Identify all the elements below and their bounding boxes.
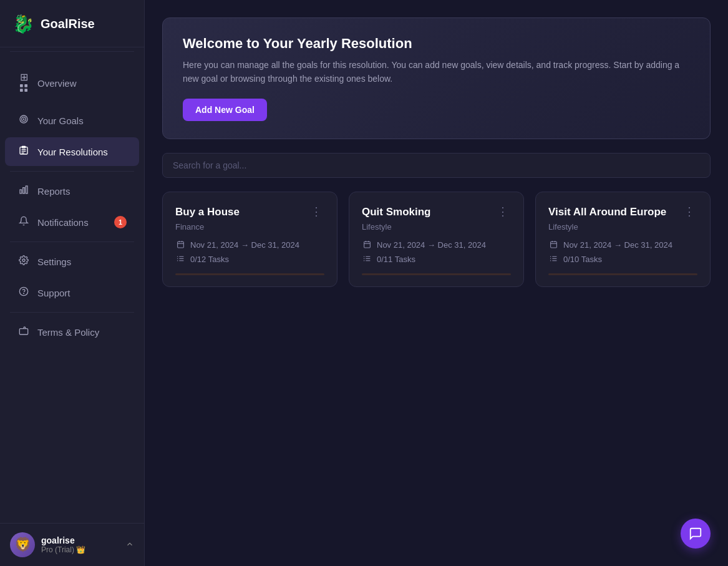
notification-badge: 1	[114, 216, 127, 228]
divider-3	[10, 242, 134, 242]
svg-rect-3	[24, 89, 27, 92]
svg-rect-18	[19, 329, 27, 334]
divider-1	[10, 51, 134, 52]
goal-date-range: Nov 21, 2024 → Dec 31, 2024	[548, 240, 697, 250]
sidebar-item-label: Notifications	[37, 217, 89, 228]
goal-progress-bar-container	[548, 273, 697, 275]
gear-icon	[17, 255, 30, 268]
sidebar-item-your-resolutions[interactable]: Your Resolutions	[5, 137, 139, 166]
welcome-banner: Welcome to Your Yearly Resolution Here y…	[162, 17, 711, 139]
sidebar-item-label: Your Goals	[37, 115, 84, 126]
goal-tasks-text: 0/11 Tasks	[377, 255, 415, 264]
terms-icon	[17, 326, 30, 338]
sidebar-item-support[interactable]: Support	[5, 278, 139, 307]
goal-title: Buy a House	[175, 206, 240, 218]
sidebar-item-reports[interactable]: Reports	[5, 177, 139, 205]
sidebar-item-label: Support	[37, 288, 70, 298]
goal-more-button[interactable]: ⋮	[681, 206, 697, 217]
goal-card-quit-smoking: Quit Smoking ⋮ Lifestyle Nov 21, 2024 → …	[349, 192, 524, 287]
sidebar-item-overview[interactable]: Overview	[5, 63, 139, 104]
sidebar-item-your-goals[interactable]: Your Goals	[5, 106, 139, 135]
calendar-icon	[175, 240, 185, 250]
logo-area[interactable]: 🐉 GoalRise	[0, 0, 144, 47]
sidebar-item-label: Terms & Policy	[37, 327, 99, 338]
svg-point-6	[23, 119, 24, 119]
goal-date-range: Nov 21, 2024 → Dec 31, 2024	[175, 240, 324, 250]
search-container[interactable]	[162, 153, 711, 178]
goal-category: Lifestyle	[362, 222, 511, 232]
goal-card-visit-europe: Visit All Around Europe ⋮ Lifestyle Nov …	[535, 192, 711, 287]
goal-tasks-text: 0/10 Tasks	[563, 255, 602, 264]
clipboard-icon	[17, 145, 30, 158]
goal-meta: Nov 21, 2024 → Dec 31, 2024 0/11 Tasks	[362, 240, 511, 265]
goal-meta: Nov 21, 2024 → Dec 31, 2024 0/10 Tasks	[548, 240, 697, 265]
user-plan: Pro (Trial) 👑	[41, 545, 119, 554]
add-new-goal-button[interactable]: Add New Goal	[183, 99, 267, 121]
sidebar-item-label: Your Resolutions	[37, 147, 108, 157]
goals-grid: Buy a House ⋮ Finance Nov 21, 2024 → Dec…	[162, 192, 711, 287]
main-content: Welcome to Your Yearly Resolution Here y…	[145, 0, 728, 566]
sidebar-item-terms[interactable]: Terms & Policy	[5, 318, 139, 346]
divider-4	[10, 312, 134, 313]
chevron-up-icon	[125, 540, 134, 550]
svg-rect-0	[20, 84, 23, 87]
tasks-icon	[362, 255, 372, 265]
svg-rect-12	[20, 190, 22, 193]
goal-tasks: 0/12 Tasks	[175, 255, 324, 265]
welcome-description: Here you can manage all the goals for th…	[183, 58, 690, 86]
sidebar-item-label: Reports	[37, 186, 70, 197]
goal-more-button[interactable]: ⋮	[308, 206, 324, 217]
app-name: GoalRise	[41, 17, 95, 31]
chat-button[interactable]	[681, 519, 711, 549]
goal-date-text: Nov 21, 2024 → Dec 31, 2024	[563, 240, 672, 250]
bell-icon	[17, 216, 30, 228]
divider-2	[10, 171, 134, 172]
svg-rect-14	[26, 186, 27, 193]
search-input[interactable]	[173, 160, 700, 170]
goal-progress-bar-container	[175, 273, 324, 275]
svg-rect-19	[177, 242, 183, 248]
user-info: goalrise Pro (Trial) 👑	[41, 535, 119, 554]
goal-date-text: Nov 21, 2024 → Dec 31, 2024	[377, 240, 486, 250]
svg-rect-2	[20, 89, 23, 92]
sidebar-item-notifications[interactable]: Notifications 1	[5, 208, 139, 237]
goal-tasks: 0/11 Tasks	[362, 255, 511, 265]
user-profile[interactable]: 🦁 goalrise Pro (Trial) 👑	[0, 523, 144, 566]
sidebar-nav: Overview Your Goals Your Resolutions Rep…	[0, 56, 144, 523]
goal-date-range: Nov 21, 2024 → Dec 31, 2024	[362, 240, 511, 250]
tasks-icon	[175, 255, 185, 265]
bar-chart-icon	[17, 185, 30, 197]
calendar-icon	[548, 240, 558, 250]
sidebar-item-label: Overview	[37, 78, 77, 89]
goal-card-buy-house: Buy a House ⋮ Finance Nov 21, 2024 → Dec…	[162, 192, 337, 287]
user-name: goalrise	[41, 535, 119, 545]
goal-date-text: Nov 21, 2024 → Dec 31, 2024	[190, 240, 299, 250]
svg-rect-29	[364, 242, 370, 248]
goal-meta: Nov 21, 2024 → Dec 31, 2024 0/12 Tasks	[175, 240, 324, 265]
logo-icon: 🐉	[12, 14, 34, 34]
sidebar-item-settings[interactable]: Settings	[5, 247, 139, 276]
welcome-title: Welcome to Your Yearly Resolution	[183, 36, 690, 52]
goal-tasks: 0/10 Tasks	[548, 255, 697, 265]
goal-more-button[interactable]: ⋮	[495, 206, 511, 217]
calendar-icon	[362, 240, 372, 250]
goal-tasks-text: 0/12 Tasks	[190, 255, 229, 264]
tasks-icon	[548, 255, 558, 265]
goal-category: Lifestyle	[548, 222, 697, 232]
svg-rect-13	[23, 188, 25, 193]
sidebar-item-label: Settings	[37, 256, 71, 267]
svg-rect-1	[24, 84, 27, 87]
goal-card-header: Quit Smoking ⋮	[362, 206, 511, 218]
goal-card-header: Visit All Around Europe ⋮	[548, 206, 697, 218]
support-icon	[17, 286, 30, 299]
grid-icon	[17, 71, 30, 95]
goal-title: Quit Smoking	[362, 206, 431, 218]
goal-card-header: Buy a House ⋮	[175, 206, 324, 218]
svg-rect-39	[550, 242, 556, 248]
avatar: 🦁	[10, 532, 35, 557]
goal-progress-bar-container	[362, 273, 511, 275]
goal-category: Finance	[175, 222, 324, 232]
svg-point-15	[22, 259, 25, 261]
target-icon	[17, 114, 30, 127]
sidebar: 🐉 GoalRise Overview Your Goals Your Reso…	[0, 0, 145, 566]
